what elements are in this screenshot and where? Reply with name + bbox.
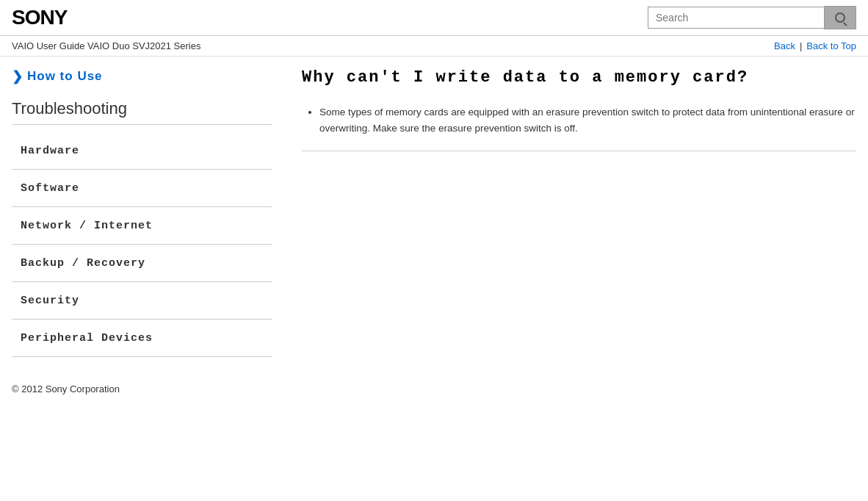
sidebar-item-hardware[interactable]: Hardware <box>12 132 272 170</box>
search-button[interactable] <box>824 6 856 29</box>
nav-separator: | <box>800 40 802 51</box>
content-area: Why can't I write data to a memory card?… <box>287 68 856 357</box>
sidebar-item-label: Hardware <box>21 145 79 157</box>
sidebar-item-network---internet[interactable]: Network / Internet <box>12 207 272 245</box>
content-title: Why can't I write data to a memory card? <box>302 68 856 87</box>
sidebar-item-label: Network / Internet <box>21 220 153 232</box>
content-bullet-item: Some types of memory cards are equipped … <box>319 104 856 136</box>
sidebar-item-label: Backup / Recovery <box>21 257 145 270</box>
footer-copyright: © 2012 Sony Corporation <box>12 383 120 394</box>
search-icon <box>835 12 845 23</box>
nav-bar: VAIO User Guide VAIO Duo SVJ2021 Series … <box>0 36 868 57</box>
main-layout: ❯ How to Use Troubleshooting HardwareSof… <box>0 57 868 369</box>
sidebar-item-security[interactable]: Security <box>12 282 272 320</box>
sidebar: ❯ How to Use Troubleshooting HardwareSof… <box>12 68 287 357</box>
nav-links: Back | Back to Top <box>774 40 856 51</box>
header: SONY <box>0 0 868 36</box>
content-bullets: Some types of memory cards are equipped … <box>319 104 856 136</box>
sidebar-item-label: Security <box>21 295 79 307</box>
footer: © 2012 Sony Corporation <box>0 369 868 409</box>
sidebar-item-software[interactable]: Software <box>12 170 272 207</box>
sidebar-item-label: Peripheral Devices <box>21 332 153 345</box>
sidebar-item-peripheral-devices[interactable]: Peripheral Devices <box>12 320 272 357</box>
troubleshooting-title: Troubleshooting <box>12 99 272 125</box>
chevron-icon: ❯ <box>12 68 23 84</box>
back-to-top-link[interactable]: Back to Top <box>806 40 856 51</box>
sony-logo: SONY <box>12 6 67 29</box>
sidebar-items: HardwareSoftwareNetwork / InternetBackup… <box>12 132 272 357</box>
page-title: VAIO User Guide VAIO Duo SVJ2021 Series <box>12 40 200 51</box>
content-body: Some types of memory cards are equipped … <box>302 104 856 151</box>
sidebar-item-label: Software <box>21 182 79 195</box>
search-container <box>648 6 856 29</box>
content-divider <box>302 151 856 151</box>
how-to-use-section: ❯ How to Use <box>12 68 272 84</box>
how-to-use-label: How to Use <box>27 69 103 84</box>
sidebar-item-backup---recovery[interactable]: Backup / Recovery <box>12 245 272 282</box>
search-input[interactable] <box>648 7 824 29</box>
back-link[interactable]: Back <box>774 40 795 51</box>
